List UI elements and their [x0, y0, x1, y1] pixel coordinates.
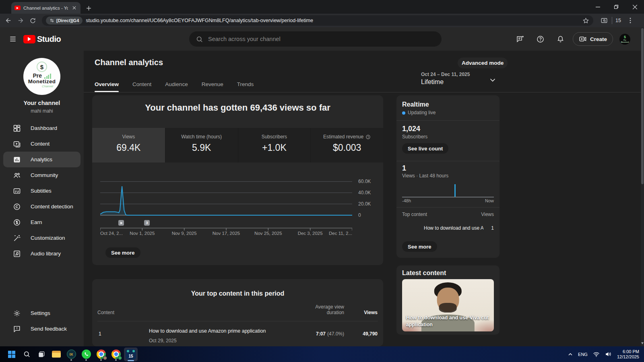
realtime-card: Realtime Updating live 1,024 Subscribers…: [396, 95, 500, 258]
sidebar-item-customization[interactable]: Customization: [3, 230, 80, 246]
feedback-icon[interactable]: [512, 31, 528, 47]
url-text[interactable]: studio.youtube.com/channel/UC66Ay8cOEYOF…: [86, 18, 579, 23]
see-live-count-button[interactable]: See live count: [402, 143, 448, 154]
search-input[interactable]: [208, 36, 435, 42]
metric-subscribers[interactable]: Subscribers +1.0K: [238, 128, 311, 162]
account-avatar[interactable]: $ Pre Monetized: [619, 34, 630, 45]
youtube-studio-logo[interactable]: Studio: [23, 35, 61, 44]
see-more-button[interactable]: See more: [105, 247, 140, 258]
whatsapp-button[interactable]: [79, 348, 93, 361]
header-actions: Create $ Pre Monetized: [512, 27, 630, 51]
address-bar[interactable]: [Direct]|G4 studio.youtube.com/channel/U…: [42, 15, 593, 26]
sidebar-item-earn[interactable]: Earn: [3, 214, 80, 230]
metric-views[interactable]: Views 69.4K: [92, 128, 165, 162]
studio-search-bar[interactable]: [189, 31, 442, 47]
scrollbar-down-arrow[interactable]: [641, 342, 644, 346]
sidebar-item-audio-library[interactable]: Audio library: [3, 246, 80, 261]
y-axis-tick: 40.0K: [358, 190, 371, 195]
taskbar-search-button[interactable]: [20, 348, 33, 361]
browser-tab[interactable]: Channel analytics - YouTube Stu: [11, 2, 80, 14]
sidebar-item-subtitles[interactable]: Subtitles: [3, 183, 80, 199]
divider: [396, 207, 500, 208]
chrome-profile1-button[interactable]: [94, 348, 108, 361]
tray-expand-chevron-icon[interactable]: [568, 352, 573, 357]
see-more-button[interactable]: See more: [402, 241, 437, 252]
chevron-down-icon[interactable]: [488, 76, 497, 86]
column-views[interactable]: Views: [350, 310, 378, 315]
date: 12/12/2025: [617, 354, 639, 359]
app-15-icon: 15: [126, 349, 136, 360]
sidebar-item-community[interactable]: Community: [3, 167, 80, 183]
views-line-chart[interactable]: [100, 176, 352, 218]
toolbar-separator: [612, 17, 612, 24]
ix-app-button[interactable]: IX: [64, 348, 78, 361]
x-axis-labels: Oct 24, 2... Nov 1, 2025 Nov 9, 2025 Nov…: [100, 231, 352, 237]
videos-published-count-marker[interactable]: 3: [144, 220, 150, 226]
avg-view-percentage: (47.0%): [327, 331, 344, 337]
advanced-mode-button[interactable]: Advanced mode: [458, 58, 508, 68]
divider: [396, 120, 500, 121]
scrollbar-thumb[interactable]: [641, 28, 644, 184]
search-icon: [196, 35, 203, 43]
site-info-chip[interactable]: [Direct]|G4: [46, 16, 83, 25]
realtime-48h-chart[interactable]: [402, 183, 494, 197]
top-content-label: Top content: [402, 212, 427, 217]
taskbar-clock[interactable]: 6:00 PM 12/12/2025: [617, 349, 639, 360]
bookmark-star-icon[interactable]: [582, 17, 589, 24]
minimize-button[interactable]: [588, 0, 607, 14]
latest-video-thumbnail[interactable]: How to download and use Viva cut applica…: [402, 279, 494, 331]
start-button[interactable]: [5, 348, 19, 361]
active-app-button[interactable]: 15: [124, 348, 138, 361]
chrome-profile2-button[interactable]: [109, 348, 123, 361]
sidebar-item-content-detection[interactable]: Content detection: [3, 199, 80, 214]
tab-counter-badge[interactable]: 15: [614, 18, 623, 23]
side-search-icon[interactable]: [598, 14, 610, 27]
page-scrollbar[interactable]: [641, 27, 644, 346]
task-view-button[interactable]: [35, 348, 48, 361]
x-axis: [100, 228, 352, 231]
help-icon[interactable]: [533, 31, 549, 47]
metric-watch-time[interactable]: Watch time (hours) 5.9K: [165, 128, 238, 162]
tab-revenue[interactable]: Revenue: [202, 78, 223, 92]
sidebar-item-dashboard[interactable]: Dashboard: [3, 120, 80, 136]
avg-view-duration-value: 7:07: [285, 331, 326, 337]
updating-live-label: Updating live: [408, 110, 436, 115]
tab-content[interactable]: Content: [132, 78, 151, 92]
sidebar-item-send-feedback[interactable]: Send feedback: [3, 321, 80, 337]
video-title[interactable]: How to download and use A…: [424, 225, 483, 231]
analytics-icon: [13, 156, 21, 164]
date-range-picker[interactable]: Oct 24 – Dec 11, 2025 Lifetime: [421, 72, 470, 86]
new-tab-button[interactable]: [84, 3, 93, 13]
sidebar-item-content[interactable]: Content: [3, 136, 80, 152]
sidebar-item-settings[interactable]: Settings: [3, 305, 80, 321]
back-icon[interactable]: [2, 14, 14, 27]
language-indicator[interactable]: ENG: [578, 352, 588, 357]
video-title[interactable]: How to download and use Amazon prime app…: [149, 328, 266, 334]
studio-sidebar: $ Pre Monetized Channel Your channel mah…: [0, 51, 84, 346]
video-published-marker[interactable]: [118, 220, 124, 226]
channel-avatar[interactable]: $ Pre Monetized Channel: [23, 58, 60, 95]
tab-close-icon[interactable]: [71, 5, 77, 11]
wifi-icon[interactable]: [593, 352, 600, 357]
video-date: Oct 29, 2025: [149, 338, 177, 343]
tab-audience[interactable]: Audience: [165, 78, 188, 92]
tab-trends[interactable]: Trends: [237, 78, 254, 92]
volume-icon[interactable]: [605, 351, 612, 357]
tab-overview[interactable]: Overview: [95, 78, 119, 92]
views-value: 49,790: [350, 331, 378, 337]
column-avg-view-duration[interactable]: Average view duration: [305, 304, 344, 315]
hamburger-menu-icon[interactable]: [5, 31, 21, 47]
send-feedback-icon: [13, 325, 21, 333]
browser-menu-icon[interactable]: [624, 14, 636, 27]
file-explorer-button[interactable]: [50, 348, 63, 361]
reload-icon[interactable]: [27, 14, 39, 27]
forward-icon[interactable]: [14, 14, 27, 27]
close-window-button[interactable]: [625, 0, 644, 14]
create-button[interactable]: Create: [573, 32, 613, 46]
restore-button[interactable]: [607, 0, 625, 14]
metric-estimated-revenue[interactable]: Estimated revenue $0.003: [310, 128, 383, 162]
top-content-title: Your top content in this period: [92, 290, 383, 297]
column-content[interactable]: Content: [97, 310, 114, 315]
sidebar-item-analytics[interactable]: Analytics: [3, 152, 80, 167]
notifications-bell-icon[interactable]: [553, 31, 569, 47]
